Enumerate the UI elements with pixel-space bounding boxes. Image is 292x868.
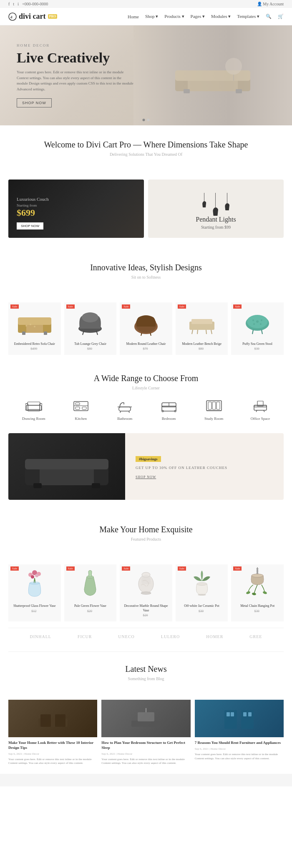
nav-home[interactable]: Home (128, 14, 139, 19)
svg-point-98 (252, 593, 257, 596)
news-title-1: Make Your Home Look Better with These 10… (8, 741, 97, 750)
pendant-1 (202, 193, 206, 216)
bathroom-label: Bathroom (117, 417, 132, 421)
welcome-title: Welcome to Divi Cart Pro — Where Dimensi… (8, 140, 284, 150)
news-title-3: 7 Reasons You Should Rent Furniture and … (195, 741, 284, 746)
logo[interactable]: d divi cart PRO (8, 12, 57, 21)
bedroom-icon (161, 399, 177, 413)
category-bedroom[interactable]: Bedroom (161, 399, 177, 421)
svg-point-38 (253, 323, 255, 325)
svg-point-0 (9, 13, 16, 20)
hero-dot-1[interactable] (143, 119, 145, 121)
nav-modules[interactable]: Modules ▾ (211, 14, 231, 19)
news-text-2: Your content goes here. Edit or remove t… (101, 758, 190, 766)
brand-5: HOMER (206, 634, 223, 639)
nav-templates[interactable]: Templates ▾ (237, 14, 259, 19)
logo-icon: d (8, 12, 17, 21)
svg-rect-52 (119, 407, 131, 411)
nav-pages[interactable]: Pages ▾ (191, 14, 205, 19)
pendant-illustration (202, 193, 230, 216)
svg-rect-61 (206, 401, 222, 411)
facebook-icon[interactable]: f (8, 2, 10, 6)
promo-card-pendant: Pendant Lights Starting from $99 (148, 180, 284, 238)
category-study-room[interactable]: Study Room (204, 399, 223, 421)
exquisite-name-2: Pale Green Flower Vase (64, 602, 117, 609)
category-office-space[interactable]: Office Space (251, 399, 270, 421)
category-kitchen[interactable]: Kitchen (73, 399, 89, 421)
hero-dot-2[interactable] (147, 119, 150, 121)
exquisite-name-3: Decorative Marble Round Shape Vase (120, 602, 172, 614)
sale-badge-ex-1: Sale (10, 566, 19, 571)
svg-rect-64 (212, 402, 216, 409)
footer (0, 774, 292, 786)
account-icon: 👤 (257, 2, 262, 6)
hero-shop-button[interactable]: SHOP NOW (17, 98, 52, 107)
wide-range-subtitle: Lifestyle Corner (8, 386, 284, 390)
sale-badge-ex-3: Sale (122, 566, 130, 571)
product-price-2: $80 (64, 347, 117, 351)
twitter-icon[interactable]: t (13, 2, 14, 6)
brand-6: GREE (249, 634, 262, 639)
svg-point-90 (197, 583, 207, 586)
svg-point-91 (198, 594, 206, 596)
innovative-section: Innovative Ideas, Stylish Designs Sit on… (0, 250, 292, 296)
banner-section: #bigsavings GET UP TO 30% OFF ON LEATHER… (8, 433, 284, 500)
exquisite-price-5: $30 (231, 609, 284, 613)
couch-starting: Starting from (17, 203, 136, 207)
news-text-3: Your content goes here. Edit or remove t… (195, 753, 284, 761)
news-card-3: 7 Reasons You Should Rent Furniture and … (195, 700, 284, 766)
news-img-illustration-3 (222, 706, 256, 731)
svg-rect-28 (191, 319, 212, 324)
cart-icon[interactable]: 🛒 (278, 14, 284, 19)
office-space-icon (252, 399, 269, 413)
svg-point-89 (141, 592, 151, 594)
innovative-products-grid: Sale Quickview Embroidered Retro Sofa Ch… (0, 296, 292, 361)
search-icon[interactable]: 🔍 (266, 14, 272, 19)
svg-line-54 (129, 411, 129, 413)
welcome-subtitle: Delivering Solutions That You Dreamed Of (8, 152, 284, 157)
pendant-2 (213, 193, 219, 216)
svg-rect-101 (40, 714, 51, 727)
banner-shop-button[interactable]: SHOP NOW (136, 475, 273, 479)
news-img-illustration-2 (129, 706, 163, 731)
nav-shop[interactable]: Shop ▾ (145, 14, 158, 19)
svg-point-35 (256, 320, 259, 323)
banner-tag: #bigsavings (136, 456, 161, 462)
news-image-3 (195, 700, 284, 737)
svg-rect-104 (138, 712, 154, 721)
category-bathroom[interactable]: Bathroom (116, 399, 133, 421)
brand-4: LULERO (161, 634, 180, 639)
product-name-3: Modern Round Leather Chair (120, 340, 172, 347)
news-image-2 (101, 700, 190, 737)
couch-shop-button[interactable]: SHOP NOW (17, 222, 43, 229)
nav-products[interactable]: Products ▾ (164, 14, 184, 19)
exquisite-section: Make Your Home Exquisite Featured Produc… (0, 512, 292, 558)
news-meta-3: Sep 6, 2021 | Home Decor (195, 747, 284, 751)
study-room-label: Study Room (204, 417, 223, 421)
news-title: Latest News (8, 664, 284, 674)
account-link[interactable]: 👤 My Account (257, 2, 284, 6)
sale-badge-4: Sale (178, 304, 186, 309)
news-img-illustration-1 (36, 706, 70, 731)
svg-rect-109 (231, 712, 234, 716)
svg-rect-50 (82, 407, 86, 409)
svg-text:d: d (10, 15, 13, 19)
sale-badge-3: Sale (122, 304, 130, 309)
svg-point-16 (25, 325, 27, 327)
exquisite-product-5: Sale Quickview Metal Cha (231, 564, 284, 621)
svg-rect-51 (76, 403, 80, 405)
pendant-3 (225, 193, 230, 216)
exquisite-products-grid: Sale Quickview Shatterproof Glass Flower… (0, 558, 292, 628)
instagram-icon[interactable]: i (18, 2, 19, 6)
exquisite-name-4: Off-white Jar Ceramic Pot (176, 602, 228, 609)
sale-badge-1: Sale (10, 304, 19, 309)
categories-row: Drawing Room Kitchen (8, 399, 284, 421)
header: d divi cart PRO Home Shop ▾ Products ▾ P… (0, 8, 292, 25)
hero-dots (143, 119, 150, 121)
svg-line-53 (120, 411, 121, 413)
news-card-2: How to Plan Your Bedroom Structure to Ge… (101, 700, 190, 766)
product-card-2: Sale Quickview Tub Lounge Grey Chair $80 (64, 302, 117, 355)
category-drawing-room[interactable]: Drawing Room (22, 399, 45, 421)
product-price-4: $80 (176, 347, 228, 351)
svg-point-17 (30, 324, 31, 325)
